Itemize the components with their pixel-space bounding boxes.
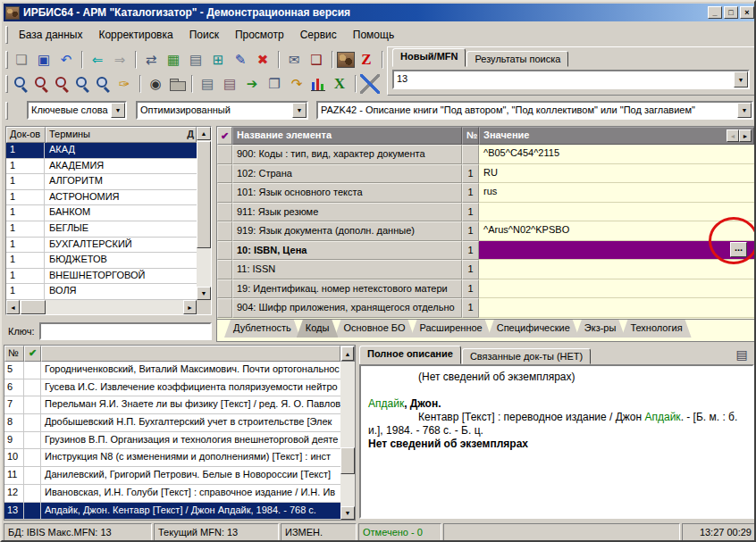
pin-icon[interactable]: Д xyxy=(187,129,194,139)
record-check-cell[interactable] xyxy=(24,467,41,484)
renumber-icon[interactable]: ⇄ xyxy=(140,50,162,70)
record-check-cell[interactable] xyxy=(24,449,41,466)
field-name-cell[interactable]: 919: Язык документа (дополн. данные) xyxy=(232,221,462,241)
close-button[interactable]: × xyxy=(740,6,754,19)
scrollbar-thumb[interactable] xyxy=(21,300,46,314)
menu-item[interactable]: Просмотр xyxy=(227,26,292,44)
prev-record-icon[interactable]: ⇐ xyxy=(87,50,108,70)
field-check-cell[interactable] xyxy=(217,260,232,279)
check-column-header[interactable]: ✔ xyxy=(217,127,232,145)
field-row[interactable]: 919: Язык документа (дополн. данные)1^Ar… xyxy=(217,221,754,241)
scroll-up-icon[interactable]: ▲ xyxy=(197,127,211,140)
term-row[interactable]: 1АЛГОРИТМ xyxy=(6,174,197,190)
field-check-cell[interactable] xyxy=(217,203,232,222)
record-check-cell[interactable] xyxy=(24,362,41,379)
record-row[interactable]: 6Гусева И.С. Извлечение коэффициента пол… xyxy=(4,379,340,397)
author-link[interactable]: Апдайк xyxy=(644,411,680,423)
view-mode-combobox[interactable]: Оптимизированный ▼ xyxy=(136,101,308,120)
field-value-cell[interactable] xyxy=(479,260,754,279)
menu-item[interactable]: Помощь xyxy=(345,26,402,44)
toolbar-grip[interactable] xyxy=(5,75,8,93)
terms-horizontal-scrollbar[interactable]: ◄ ► xyxy=(6,300,197,314)
term-row[interactable]: 1АСТРОНОМИЯ xyxy=(6,190,197,206)
record-check-cell[interactable] xyxy=(24,414,41,431)
terms-col-term[interactable]: Термины Д xyxy=(46,127,197,143)
term-row[interactable]: 1БЕГЛЫЕ xyxy=(6,221,197,238)
export-icon[interactable]: ➔ xyxy=(241,74,263,94)
edit-record-icon[interactable]: ✎ xyxy=(230,50,251,70)
field-value-cell[interactable]: RU xyxy=(479,164,754,184)
z3950-icon[interactable]: Z xyxy=(356,50,377,70)
chevron-down-icon[interactable]: ▼ xyxy=(292,103,307,118)
settings-icon[interactable] xyxy=(360,74,380,94)
field-name-cell[interactable]: 101: Язык основного текста xyxy=(232,183,462,203)
field-name-cell[interactable]: 10: ISBN, Цена xyxy=(232,241,462,261)
scrollbar-thumb[interactable] xyxy=(197,141,211,248)
scroll-right-icon[interactable]: ► xyxy=(183,300,197,314)
field-row[interactable]: 911: Язык резюме1 xyxy=(217,203,754,222)
save-record-icon[interactable]: ▣ xyxy=(33,50,55,70)
field-row[interactable]: 101: Язык основного текста1rus xyxy=(217,183,754,203)
records-scroll-up[interactable]: ▲ xyxy=(340,346,355,362)
key-input[interactable] xyxy=(39,322,212,340)
view-record-icon[interactable]: ◉ xyxy=(145,74,166,94)
record-check-cell[interactable] xyxy=(24,379,41,396)
open-db-icon[interactable] xyxy=(167,74,187,94)
field-row[interactable]: 904: Шифр приложения, хранящегося отдель… xyxy=(217,298,754,318)
search-window-icon[interactable] xyxy=(72,74,92,94)
worksheet-tab[interactable]: Специфические xyxy=(488,320,579,338)
search-edit-icon[interactable] xyxy=(52,74,71,94)
record-row[interactable]: 10Инструкция N8 (с изменениями и дополне… xyxy=(4,449,340,467)
record-row[interactable]: 7Перельман Я.И. Знаете ли вы физику [Тек… xyxy=(4,396,340,414)
field-occurrence-cell[interactable]: 1 xyxy=(462,279,479,299)
scrollbar-thumb[interactable] xyxy=(340,447,355,474)
worksheet-combobox[interactable]: PAZK42 - Описание книги "Под автором", "… xyxy=(316,101,753,120)
field-value-cell[interactable]: ... xyxy=(479,241,754,261)
menu-item[interactable]: Сервис xyxy=(292,26,345,44)
term-row[interactable]: 1АКАД xyxy=(6,143,197,159)
clear-form-icon[interactable]: ✑ xyxy=(113,74,135,94)
print-icon[interactable]: ▤ xyxy=(197,74,218,94)
field-value-cell[interactable]: rus xyxy=(479,183,754,203)
scroll-down-icon[interactable]: ▼ xyxy=(340,506,355,520)
field-occurrence-cell[interactable] xyxy=(462,145,479,164)
term-row[interactable]: 1АКАДЕМИЯ xyxy=(6,159,197,175)
term-row[interactable]: 1ВОЛЯ xyxy=(6,284,197,300)
records-col-num[interactable]: № xyxy=(4,346,24,362)
chevron-down-icon[interactable]: ▼ xyxy=(737,103,752,118)
print-card-icon[interactable]: ▤ xyxy=(185,50,206,70)
menu-item[interactable]: База данных xyxy=(11,26,90,44)
records-vertical-scrollbar[interactable]: ▼ xyxy=(340,362,355,520)
scroll-down-icon[interactable]: ▼ xyxy=(197,287,211,300)
search-tree-icon[interactable] xyxy=(93,74,113,94)
field-occurrence-cell[interactable]: 1 xyxy=(462,203,479,222)
field-row[interactable]: 19: Идентификац. номер нетекстового мате… xyxy=(217,279,754,299)
field-value-cell[interactable] xyxy=(479,298,754,318)
minimize-button[interactable]: _ xyxy=(708,6,722,19)
tab-full-description[interactable]: Полное описание xyxy=(359,346,461,364)
new-record-icon[interactable]: ❏ xyxy=(11,50,32,70)
dictionary-combobox[interactable]: Ключевые слова ▼ xyxy=(27,101,127,120)
field-check-cell[interactable] xyxy=(217,298,232,318)
record-row[interactable]: 9Грузинов В.П. Организация и технология … xyxy=(4,432,340,450)
menu-item[interactable]: Поиск xyxy=(181,26,227,44)
records-col-title[interactable] xyxy=(41,346,340,362)
import-icon[interactable]: ↷ xyxy=(286,74,307,94)
field-row[interactable]: 102: Страна1RU xyxy=(217,164,754,184)
tree-view-icon[interactable]: ⊞ xyxy=(207,50,229,70)
worksheet-tab[interactable]: Экз-ры xyxy=(575,320,626,338)
term-row[interactable]: 1БУХГАЛТЕРСКИЙ xyxy=(6,238,197,254)
field-value-cell[interactable]: ^B05^C454^2115 xyxy=(479,145,754,164)
worksheet-tab[interactable]: Дублетность xyxy=(224,320,300,338)
tab-new-mfn[interactable]: Новый/MFN xyxy=(392,48,466,67)
field-value-cell[interactable] xyxy=(479,279,754,299)
record-row[interactable]: 5Городниченковский, Виталий Максимович. … xyxy=(4,362,340,379)
toolbar-grip[interactable] xyxy=(5,26,8,44)
field-name-cell[interactable]: 11: ISSN xyxy=(232,260,462,279)
field-name-cell[interactable]: 19: Идентификац. номер нетекстового мате… xyxy=(232,279,462,299)
field-row[interactable]: 11: ISSN1 xyxy=(217,260,754,279)
field-check-cell[interactable] xyxy=(217,145,232,164)
record-check-cell[interactable] xyxy=(24,432,41,449)
scroll-up-icon[interactable]: ▲ xyxy=(341,346,354,361)
mail-check-icon[interactable]: ✉ xyxy=(283,50,305,70)
